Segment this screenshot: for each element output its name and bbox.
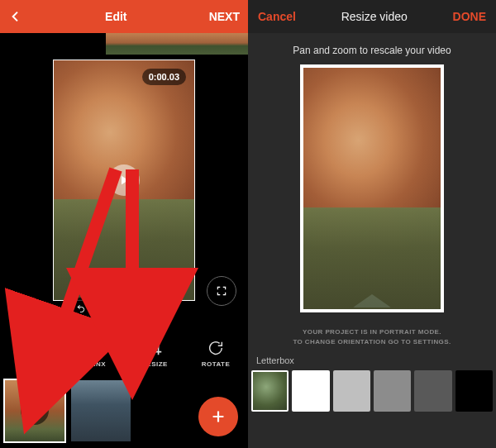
pill-separator bbox=[122, 303, 122, 314]
swatch-light[interactable] bbox=[333, 370, 370, 412]
swatch-grey[interactable] bbox=[374, 370, 411, 412]
swatch-white[interactable] bbox=[292, 370, 329, 412]
tool-rotate[interactable]: ROTATE bbox=[191, 339, 241, 368]
timecode-badge: 0:00.03 bbox=[142, 69, 186, 85]
timeline[interactable] bbox=[0, 33, 248, 55]
swatch-blur[interactable] bbox=[251, 370, 289, 412]
orientation-line2: TO CHANGE ORIENTATION GO TO SETTINGS. bbox=[248, 337, 496, 347]
clip-thumb-1[interactable] bbox=[5, 380, 64, 441]
resize-hint: Pan and zoom to rescale your video bbox=[248, 33, 496, 64]
timeline-current-clip[interactable] bbox=[106, 33, 248, 55]
resize-title: Resize video bbox=[341, 10, 408, 23]
delete-button[interactable]: Delete bbox=[129, 303, 172, 314]
rotate-icon bbox=[207, 339, 225, 357]
next-button[interactable]: NEXT bbox=[209, 10, 240, 23]
resize-preview[interactable] bbox=[300, 64, 444, 312]
edit-header: Edit NEXT bbox=[0, 0, 248, 33]
back-button[interactable] bbox=[8, 9, 23, 24]
tool-label: ROTATE bbox=[202, 360, 231, 368]
tool-toolbar: SPEED TRANX RESIZE ROTATE bbox=[0, 331, 248, 375]
add-clip-button[interactable] bbox=[198, 397, 238, 436]
tool-speed[interactable]: SPEED bbox=[7, 339, 57, 368]
video-preview[interactable]: 0:00.03 bbox=[53, 60, 195, 301]
undo-button[interactable]: Undo bbox=[76, 303, 115, 314]
trash-icon bbox=[129, 303, 139, 313]
play-button[interactable] bbox=[108, 164, 140, 196]
letterbox-label: Letterbox bbox=[248, 352, 496, 370]
header-title: Edit bbox=[105, 10, 126, 23]
delete-label: Delete bbox=[142, 303, 172, 314]
preview-area: 0:00.03 Undo Delete bbox=[0, 55, 248, 331]
orientation-info: YOUR PROJECT IS IN PORTRAIT MODE. TO CHA… bbox=[248, 312, 496, 352]
tool-label: RESIZE bbox=[141, 360, 168, 368]
boat-shape bbox=[105, 285, 143, 298]
undo-delete-pill: Undo Delete bbox=[68, 298, 180, 319]
resize-header: Cancel Resize video DONE bbox=[248, 0, 496, 33]
tool-label: TRANX bbox=[81, 360, 106, 368]
undo-label: Undo bbox=[89, 303, 115, 314]
orientation-line1: YOUR PROJECT IS IN PORTRAIT MODE. bbox=[248, 327, 496, 337]
video-frame bbox=[303, 68, 441, 309]
boat-shape bbox=[353, 294, 391, 307]
tool-label: SPEED bbox=[20, 360, 45, 368]
resize-icon bbox=[145, 339, 164, 357]
undo-icon bbox=[76, 303, 86, 313]
letterbox-swatches bbox=[248, 370, 496, 412]
swatch-dark[interactable] bbox=[414, 370, 451, 412]
swatch-black[interactable] bbox=[455, 370, 493, 412]
clip-audio-button[interactable] bbox=[21, 397, 49, 425]
svg-rect-1 bbox=[87, 343, 98, 354]
clip-bar bbox=[0, 375, 248, 448]
cancel-button[interactable]: Cancel bbox=[258, 10, 296, 23]
plus-icon bbox=[209, 407, 227, 426]
fullscreen-button[interactable] bbox=[207, 276, 236, 306]
transition-icon bbox=[84, 339, 103, 357]
clip-thumb-2[interactable] bbox=[71, 380, 131, 441]
tool-tranx[interactable]: TRANX bbox=[69, 339, 118, 368]
done-button[interactable]: DONE bbox=[453, 10, 486, 23]
speaker-icon bbox=[28, 404, 41, 417]
tool-resize[interactable]: RESIZE bbox=[130, 339, 179, 368]
speed-icon bbox=[23, 339, 41, 357]
fullscreen-icon bbox=[216, 285, 227, 297]
